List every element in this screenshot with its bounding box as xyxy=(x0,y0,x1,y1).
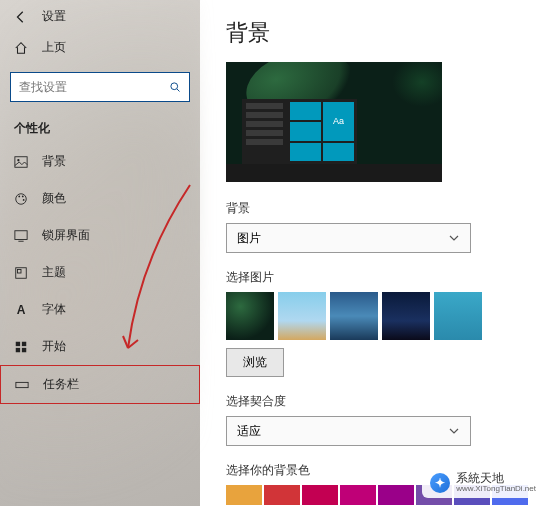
image-thumb[interactable] xyxy=(330,292,378,340)
sidebar-item-themes[interactable]: 主题 xyxy=(0,254,200,291)
svg-rect-13 xyxy=(22,341,26,345)
svg-rect-14 xyxy=(16,347,20,351)
svg-point-6 xyxy=(22,195,24,197)
monitor-icon xyxy=(14,229,28,243)
fit-dropdown-label: 选择契合度 xyxy=(226,393,526,410)
color-swatch[interactable] xyxy=(454,485,490,505)
start-menu-preview: Aa xyxy=(242,99,357,164)
sidebar-item-label: 锁屏界面 xyxy=(42,227,90,244)
image-thumb[interactable] xyxy=(226,292,274,340)
svg-rect-16 xyxy=(16,382,28,387)
browse-button[interactable]: 浏览 xyxy=(226,348,284,377)
bgcolor-label: 选择你的背景色 xyxy=(226,462,526,479)
background-dropdown[interactable]: 图片 xyxy=(226,223,471,253)
svg-point-0 xyxy=(171,83,178,90)
back-icon[interactable] xyxy=(14,10,28,24)
search-input[interactable] xyxy=(19,80,169,94)
main-content: 背景 Aa 背景 图片 选择图片 浏览 选择契合度 适应 xyxy=(200,0,552,506)
svg-rect-15 xyxy=(22,347,26,351)
sidebar-item-colors[interactable]: 颜色 xyxy=(0,180,200,217)
svg-line-1 xyxy=(177,89,180,92)
fit-dropdown-value: 适应 xyxy=(237,423,261,440)
search-icon xyxy=(169,80,181,94)
svg-rect-11 xyxy=(18,269,22,273)
sidebar-item-lockscreen[interactable]: 锁屏界面 xyxy=(0,217,200,254)
desktop-preview: Aa xyxy=(226,62,442,182)
sidebar-item-label: 背景 xyxy=(42,153,66,170)
preview-tile-aa: Aa xyxy=(323,102,354,141)
sidebar-item-label: 颜色 xyxy=(42,190,66,207)
window-title: 设置 xyxy=(42,8,66,25)
font-icon: A xyxy=(14,303,28,317)
sidebar-item-taskbar[interactable]: 任务栏 xyxy=(0,365,200,404)
start-icon xyxy=(14,340,28,354)
color-swatch[interactable] xyxy=(264,485,300,505)
svg-point-4 xyxy=(16,193,27,204)
background-dropdown-label: 背景 xyxy=(226,200,526,217)
fit-dropdown[interactable]: 适应 xyxy=(226,416,471,446)
color-swatch[interactable] xyxy=(302,485,338,505)
svg-rect-2 xyxy=(15,156,27,167)
sidebar-item-label: 开始 xyxy=(42,338,66,355)
home-label: 上页 xyxy=(42,39,66,56)
svg-point-7 xyxy=(23,199,25,201)
taskbar-icon xyxy=(15,378,29,392)
sidebar-item-label: 字体 xyxy=(42,301,66,318)
home-icon xyxy=(14,41,28,55)
picture-icon xyxy=(14,155,28,169)
svg-rect-12 xyxy=(16,341,20,345)
image-thumb[interactable] xyxy=(278,292,326,340)
sidebar-item-label: 任务栏 xyxy=(43,376,79,393)
sidebar-item-start[interactable]: 开始 xyxy=(0,328,200,365)
color-swatch[interactable] xyxy=(378,485,414,505)
sidebar: 设置 上页 个性化 背景 颜色 锁屏界面 主题 A 字体 开始 任务栏 xyxy=(0,0,200,506)
palette-icon xyxy=(14,192,28,206)
search-wrap xyxy=(10,72,190,102)
sidebar-item-label: 主题 xyxy=(42,264,66,281)
svg-rect-8 xyxy=(15,230,27,239)
color-swatch[interactable] xyxy=(226,485,262,505)
sidebar-item-background[interactable]: 背景 xyxy=(0,143,200,180)
background-dropdown-value: 图片 xyxy=(237,230,261,247)
color-swatch[interactable] xyxy=(492,485,528,505)
color-swatch[interactable] xyxy=(340,485,376,505)
header-row: 设置 xyxy=(0,0,200,29)
image-thumb[interactable] xyxy=(434,292,482,340)
sidebar-item-fonts[interactable]: A 字体 xyxy=(0,291,200,328)
color-swatch[interactable] xyxy=(416,485,452,505)
home-button[interactable]: 上页 xyxy=(0,29,200,66)
image-thumb[interactable] xyxy=(382,292,430,340)
search-box[interactable] xyxy=(10,72,190,102)
choose-image-label: 选择图片 xyxy=(226,269,526,286)
page-title: 背景 xyxy=(226,18,526,48)
svg-point-5 xyxy=(18,195,20,197)
brush-icon xyxy=(14,266,28,280)
chevron-down-icon xyxy=(448,232,460,244)
section-label: 个性化 xyxy=(0,108,200,143)
color-grid xyxy=(226,485,526,506)
chevron-down-icon xyxy=(448,425,460,437)
svg-point-3 xyxy=(17,159,19,161)
image-thumbnails xyxy=(226,292,526,340)
